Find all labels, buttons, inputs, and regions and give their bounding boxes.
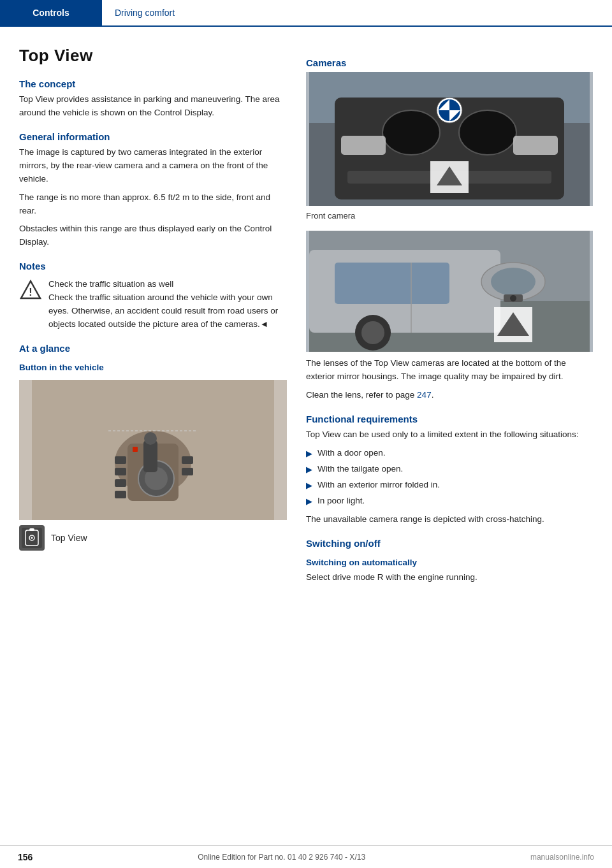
left-column: Top View The concept Top View provides a… xyxy=(19,46,287,590)
notes-heading: Notes xyxy=(19,261,287,271)
bullet-arrow-icon: ▶ xyxy=(306,479,312,492)
svg-rect-30 xyxy=(341,136,386,155)
svg-rect-12 xyxy=(115,491,126,498)
general-info-text1: The image is captured by two cameras int… xyxy=(19,146,287,186)
page-header: Controls Driving comfort xyxy=(0,0,612,27)
at-a-glance-heading: At a glance xyxy=(19,343,287,354)
warning-text2: Check the traffic situation around the v… xyxy=(48,293,278,329)
driving-comfort-tab[interactable]: Driving comfort xyxy=(102,0,187,25)
bullet-item-4: In poor light. xyxy=(317,495,365,508)
bullet-arrow-icon: ▶ xyxy=(306,495,312,508)
svg-rect-7 xyxy=(143,440,157,472)
bullet-list: ▶ With a door open. ▶ With the tailgate … xyxy=(306,447,593,509)
list-item: ▶ With the tailgate open. xyxy=(306,463,593,476)
svg-rect-31 xyxy=(513,136,558,155)
svg-rect-19 xyxy=(29,528,34,531)
warning-icon: ! xyxy=(19,279,42,302)
bullet-item-2: With the tailgate open. xyxy=(317,463,403,476)
camera-text2-prefix: Clean the lens, refer to page xyxy=(306,390,417,400)
svg-point-21 xyxy=(31,537,33,539)
svg-rect-14 xyxy=(182,468,193,475)
svg-point-41 xyxy=(491,268,536,296)
list-item: ▶ In poor light. xyxy=(306,495,593,508)
page-number: 156 xyxy=(18,852,33,862)
general-info-text2: The range is no more than approx. 6.5 ft… xyxy=(19,191,287,218)
svg-point-43 xyxy=(510,295,516,301)
svg-text:!: ! xyxy=(29,287,32,298)
functional-req-heading: Functional requirements xyxy=(306,414,593,424)
svg-rect-10 xyxy=(115,468,126,475)
topview-icon-row: Top View xyxy=(19,525,287,551)
camera-text2: Clean the lens, refer to page 247. xyxy=(306,389,593,402)
footer-brand: manualsonline.info xyxy=(530,853,594,862)
page-footer: 156 Online Edition for Part no. 01 40 2 … xyxy=(0,845,612,868)
front-camera-image xyxy=(306,72,593,206)
svg-rect-13 xyxy=(182,456,193,464)
driving-comfort-label: Driving comfort xyxy=(115,8,175,18)
warning-text: Check the traffic situation as well Chec… xyxy=(48,278,287,331)
button-in-vehicle-heading: Button in the vehicle xyxy=(19,363,287,372)
controls-label: Controls xyxy=(33,8,69,18)
topview-icon-label: Top View xyxy=(51,533,87,543)
front-camera-caption: Front camera xyxy=(306,211,593,221)
bullet-arrow-icon: ▶ xyxy=(306,447,312,460)
svg-point-47 xyxy=(361,321,384,344)
camera-text2-suffix: . xyxy=(432,390,434,400)
cameras-heading: Cameras xyxy=(306,57,593,68)
concept-heading: The concept xyxy=(19,78,287,89)
svg-rect-38 xyxy=(335,263,449,304)
bullet-item-3: With an exterior mirror folded in. xyxy=(317,479,440,492)
switching-heading: Switching on/off xyxy=(306,538,593,549)
general-info-text3: Obstacles within this range are thus dis… xyxy=(19,222,287,249)
functional-req-text2: The unavailable camera range is depicted… xyxy=(306,513,593,526)
svg-point-8 xyxy=(144,432,157,445)
list-item: ▶ With a door open. xyxy=(306,447,593,460)
side-camera-image xyxy=(306,231,593,352)
concept-text: Top View provides assistance in parking … xyxy=(19,93,287,120)
bullet-item-1: With a door open. xyxy=(317,447,386,460)
svg-rect-9 xyxy=(115,456,126,464)
switching-auto-text: Select drive mode R with the engine runn… xyxy=(306,571,593,584)
warning-text1: Check the traffic situation as well xyxy=(48,279,173,289)
main-content: Top View The concept Top View provides a… xyxy=(0,27,612,609)
bullet-arrow-icon: ▶ xyxy=(306,463,312,476)
warning-box: ! Check the traffic situation as well Ch… xyxy=(19,278,287,331)
topview-icon xyxy=(19,525,45,551)
camera-page-link[interactable]: 247 xyxy=(417,390,432,400)
page-title: Top View xyxy=(19,46,287,66)
right-column: Cameras xyxy=(306,46,593,590)
camera-text1: The lenses of the Top View cameras are l… xyxy=(306,357,593,384)
general-info-heading: General information xyxy=(19,131,287,142)
interior-image xyxy=(19,380,287,520)
controls-tab[interactable]: Controls xyxy=(0,0,102,25)
svg-point-26 xyxy=(382,110,440,155)
switching-auto-heading: Switching on automatically xyxy=(306,558,593,567)
footer-info: Online Edition for Part no. 01 40 2 926 … xyxy=(198,853,365,862)
svg-point-27 xyxy=(459,110,516,155)
list-item: ▶ With an exterior mirror folded in. xyxy=(306,479,593,492)
svg-rect-11 xyxy=(115,479,126,487)
functional-req-text: Top View can be used only to a limited e… xyxy=(306,428,593,442)
svg-rect-16 xyxy=(133,447,138,452)
